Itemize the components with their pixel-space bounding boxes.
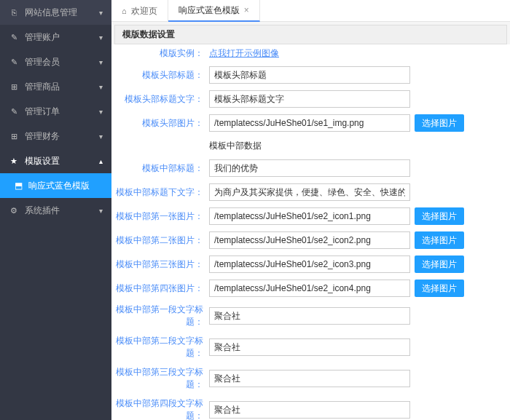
btn-select-img1[interactable]: 选择图片 <box>415 207 464 225</box>
label-text-title4: 模板中部第四段文字标题： <box>114 397 209 420</box>
nav-account[interactable]: ✎管理账户 ▾ <box>0 25 111 49</box>
btn-select-img4[interactable]: 选择图片 <box>415 280 464 297</box>
nav-plugin[interactable]: ⚙系统插件 ▾ <box>0 198 111 223</box>
label-middle-title-sub: 模板中部标题下文字： <box>114 186 209 199</box>
nav-template[interactable]: ★模版设置 ▴ <box>0 148 111 173</box>
link-example-image[interactable]: 点我打开示例图像 <box>209 47 279 60</box>
btn-select-header-image[interactable]: 选择图片 <box>415 114 464 132</box>
nav-finance[interactable]: ⊞管理财务 ▾ <box>0 124 111 148</box>
chevron-up-icon: ▴ <box>99 157 103 165</box>
label-middle-title: 模板中部标题： <box>114 162 209 175</box>
star-icon: ★ <box>9 156 19 166</box>
form-area: 模版实例： 点我打开示例图像 模板头部标题： 模板头部标题文字： 模板头部图片：… <box>111 44 510 420</box>
nav-label: 管理财务 <box>25 130 60 143</box>
nav-product[interactable]: ⊞管理商品 ▾ <box>0 74 111 99</box>
label-text-title2: 模板中部第二段文字标题： <box>114 335 209 360</box>
label-middle-img3: 模板中部第三张图片： <box>114 258 209 271</box>
main-content: ⌂ 欢迎页 响应式蓝色模版 × 模版数据设置 模版实例： 点我打开示例图像 模板… <box>111 0 510 420</box>
input-text-title3[interactable] <box>209 370 410 387</box>
chevron-down-icon: ▾ <box>99 9 103 17</box>
nav-label: 管理订单 <box>25 106 60 118</box>
input-text-title2[interactable] <box>209 338 410 356</box>
input-text-title1[interactable] <box>209 307 410 325</box>
chevron-down-icon: ▾ <box>99 58 103 66</box>
grid-icon: ⊞ <box>9 131 19 141</box>
nav-website-info[interactable]: ⎘网站信息管理 ▾ <box>0 0 111 25</box>
nav-order[interactable]: ✎管理订单 ▾ <box>0 99 111 124</box>
label-header-image: 模板头部图片： <box>114 117 209 130</box>
chevron-down-icon: ▾ <box>99 33 103 41</box>
label-middle-img2: 模板中部第二张图片： <box>114 234 209 247</box>
box-icon: ⎘ <box>9 7 19 17</box>
input-header-image[interactable] <box>209 114 410 132</box>
pencil-icon: ✎ <box>9 32 19 42</box>
label-text-title1: 模板中部第一段文字标题： <box>114 304 209 328</box>
close-icon[interactable]: × <box>244 5 249 15</box>
tab-home[interactable]: ⌂ 欢迎页 <box>111 0 168 22</box>
chevron-down-icon: ▾ <box>99 132 103 140</box>
nav-label: 管理账户 <box>25 31 60 44</box>
input-middle-img4[interactable] <box>209 280 410 297</box>
window-icon: ⬒ <box>15 181 23 191</box>
pencil-icon: ✎ <box>9 57 19 67</box>
nav-label: 管理商品 <box>25 81 60 93</box>
tab-label: 响应式蓝色模版 <box>178 4 240 17</box>
chevron-down-icon: ▾ <box>99 108 103 116</box>
input-middle-title-sub[interactable] <box>209 183 410 201</box>
subheader-middle: 模板中部数据 <box>114 135 507 156</box>
sidebar: ⎘网站信息管理 ▾ ✎管理账户 ▾ ✎管理会员 ▾ ⊞管理商品 ▾ ✎管理订单 … <box>0 0 111 420</box>
nav-member[interactable]: ✎管理会员 ▾ <box>0 49 111 74</box>
label-header-subtitle: 模板头部标题文字： <box>114 93 209 106</box>
label-middle-img1: 模板中部第一张图片： <box>114 210 209 223</box>
chevron-down-icon: ▾ <box>99 83 103 91</box>
nav-label: 系统插件 <box>25 205 60 217</box>
tab-bar: ⌂ 欢迎页 响应式蓝色模版 × <box>111 0 510 22</box>
pencil-icon: ✎ <box>9 106 19 116</box>
input-middle-img1[interactable] <box>209 207 410 225</box>
section-header: 模版数据设置 <box>114 25 507 44</box>
input-header-subtitle[interactable] <box>209 90 410 108</box>
nav-label: 模版设置 <box>25 155 60 167</box>
gear-icon: ⚙ <box>9 205 19 215</box>
home-icon: ⌂ <box>122 7 127 15</box>
chevron-down-icon: ▾ <box>99 207 103 215</box>
label-middle-img4: 模板中部第四张图片： <box>114 282 209 295</box>
nav-sublabel: 响应式蓝色模版 <box>28 180 90 192</box>
nav-template-blue[interactable]: ⬒ 响应式蓝色模版 <box>0 173 111 198</box>
nav-label: 网站信息管理 <box>25 7 77 19</box>
input-middle-title[interactable] <box>209 159 410 177</box>
input-middle-img3[interactable] <box>209 255 410 273</box>
label-example: 模版实例： <box>114 47 209 60</box>
grid-icon: ⊞ <box>9 82 19 92</box>
label-text-title3: 模板中部第三段文字标题： <box>114 366 209 391</box>
tab-template-blue[interactable]: 响应式蓝色模版 × <box>168 0 260 22</box>
input-middle-img2[interactable] <box>209 231 410 249</box>
btn-select-img3[interactable]: 选择图片 <box>415 255 464 273</box>
nav-label: 管理会员 <box>25 56 60 68</box>
input-header-title[interactable] <box>209 66 410 84</box>
input-text-title4[interactable] <box>209 401 410 419</box>
btn-select-img2[interactable]: 选择图片 <box>415 231 464 249</box>
label-header-title: 模板头部标题： <box>114 69 209 82</box>
tab-label: 欢迎页 <box>131 5 157 17</box>
